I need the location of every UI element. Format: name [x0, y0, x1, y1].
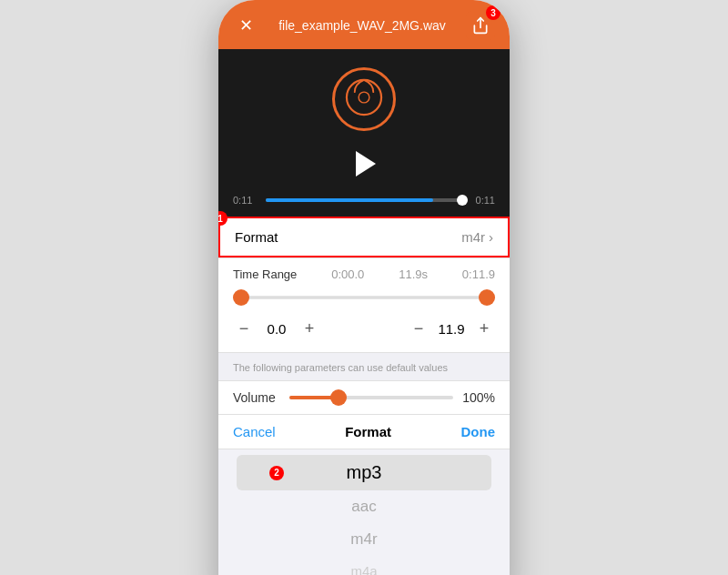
music-icon: [344, 77, 384, 121]
volume-label: Volume: [233, 390, 280, 405]
play-icon: [356, 151, 376, 177]
picker-badge: 2: [269, 466, 284, 480]
format-chevron: ›: [489, 229, 493, 245]
picker-item-label-m4a: m4a: [350, 563, 377, 575]
progress-fill: [266, 198, 433, 202]
progress-track[interactable]: [266, 198, 462, 202]
time-range-start: 0:00.0: [331, 267, 364, 281]
start-increase-button[interactable]: +: [298, 318, 320, 339]
range-fill: [233, 297, 495, 299]
picker-items: 2 mp3 aac m4r m4a: [218, 449, 510, 575]
progress-bar[interactable]: 0:11 0:11: [233, 195, 495, 206]
format-value-text: m4r: [461, 229, 485, 245]
time-range-end: 0:11.9: [462, 267, 495, 281]
range-thumb-left[interactable]: [233, 289, 249, 306]
end-time-value: 11.9: [437, 321, 466, 337]
picker-header: Cancel Format Done: [218, 414, 510, 449]
picker-item-label-aac: aac: [351, 498, 376, 515]
share-badge: 3: [486, 5, 500, 20]
time-total: 0:11: [470, 195, 495, 206]
format-label: Format: [235, 229, 278, 245]
share-icon: [471, 16, 490, 35]
range-thumb-right[interactable]: [479, 289, 495, 306]
volume-track[interactable]: [289, 396, 453, 399]
share-button-container: 3: [466, 11, 495, 40]
volume-row: Volume 100%: [218, 380, 510, 414]
time-range-label: Time Range: [233, 267, 297, 281]
start-decrease-button[interactable]: −: [233, 318, 255, 339]
progress-thumb: [457, 195, 468, 206]
volume-thumb[interactable]: [330, 389, 347, 406]
svg-point-1: [347, 80, 381, 115]
album-art: [332, 67, 396, 131]
picker-cancel-button[interactable]: Cancel: [233, 424, 276, 439]
picker-item-label-m4r: m4r: [350, 530, 377, 548]
default-note-text: The following parameters can use default…: [233, 362, 448, 373]
end-decrease-button[interactable]: −: [408, 318, 430, 339]
default-note: The following parameters can use default…: [218, 352, 510, 380]
close-button[interactable]: ✕: [233, 13, 258, 38]
start-time-group: − 0.0 +: [233, 318, 320, 339]
svg-point-2: [359, 92, 369, 103]
picker-item-m4r[interactable]: m4r: [218, 523, 510, 556]
time-range-section: Time Range 0:00.0 11.9s 0:11.9 − 0.0 + −…: [218, 257, 510, 352]
end-time-group: − 11.9 +: [408, 318, 495, 339]
picker-done-button[interactable]: Done: [460, 424, 495, 439]
picker-item-mp3[interactable]: 2 mp3: [237, 455, 491, 490]
start-time-value: 0.0: [262, 321, 291, 337]
picker-item-m4a[interactable]: m4a: [218, 556, 510, 575]
format-badge: 1: [218, 211, 228, 226]
player-area: 0:11 0:11: [218, 49, 510, 217]
time-range-header: Time Range 0:00.0 11.9s 0:11.9: [233, 267, 495, 281]
header-title: file_example_WAV_2MG.wav: [258, 18, 466, 33]
format-value: m4r ›: [461, 229, 493, 245]
range-slider[interactable]: [233, 287, 495, 308]
picker-item-aac[interactable]: aac: [218, 490, 510, 523]
header: ✕ file_example_WAV_2MG.wav 3: [218, 0, 510, 49]
time-range-duration: 11.9s: [399, 267, 428, 281]
time-inputs-row: − 0.0 + − 11.9 +: [233, 314, 495, 348]
picker-item-label-mp3: mp3: [347, 462, 382, 482]
range-track: [233, 297, 495, 299]
format-row[interactable]: 1 Format m4r ›: [218, 217, 510, 257]
phone-frame: ✕ file_example_WAV_2MG.wav 3: [218, 0, 510, 575]
end-increase-button[interactable]: +: [473, 318, 495, 339]
play-button[interactable]: [344, 144, 384, 184]
time-current: 0:11: [233, 195, 258, 206]
picker-title: Format: [345, 424, 391, 439]
volume-pct: 100%: [462, 390, 495, 405]
picker-wheel: 2 mp3 aac m4r m4a: [218, 449, 510, 575]
